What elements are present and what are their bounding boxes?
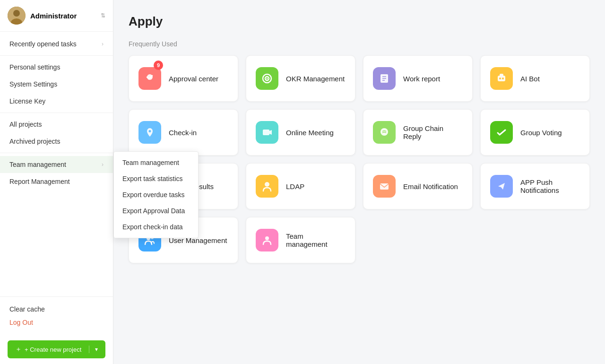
chevron-right-icon: › — [102, 41, 104, 47]
svg-point-6 — [267, 78, 268, 79]
sidebar-item-archived-projects[interactable]: Archived projects — [0, 133, 113, 150]
sidebar-item-label: Recently opened tasks — [9, 40, 77, 48]
app-card-app-push[interactable]: APP Push Notifications — [480, 163, 590, 209]
submenu-team-management[interactable]: Team management — [114, 155, 198, 171]
work-report-icon — [373, 67, 396, 90]
okr-icon — [256, 67, 278, 90]
app-name: APP Push Notifications — [520, 178, 580, 194]
app-name: AI Bot — [520, 75, 540, 83]
svg-point-13 — [499, 78, 501, 79]
app-card-approval-center[interactable]: Approval center 9 — [129, 55, 238, 102]
button-divider — [89, 346, 89, 353]
divider — [0, 55, 113, 56]
svg-rect-12 — [500, 74, 503, 76]
sidebar: Administrator ⇅ Recently opened tasks › … — [0, 0, 113, 364]
sidebar-item-license-key[interactable]: License Key — [0, 93, 113, 110]
team-management-submenu: Team management Export task statistics E… — [113, 151, 199, 238]
submenu-export-task-stats[interactable]: Export task statistics — [114, 171, 198, 187]
svg-point-14 — [502, 78, 504, 79]
sidebar-item-system-settings[interactable]: System Settings — [0, 76, 113, 93]
submenu-export-overdue[interactable]: Export overdue tasks — [114, 187, 198, 203]
svg-point-3 — [147, 74, 153, 80]
checkin-icon — [138, 121, 161, 144]
sidebar-bottom: Clear cache Log Out — [0, 296, 113, 335]
app-name: Team management — [286, 232, 346, 248]
app-name: LDAP — [286, 182, 304, 191]
email-notification-icon — [373, 175, 396, 198]
app-card-okr[interactable]: OKR Management — [246, 55, 355, 102]
app-name: Group Chain Reply — [403, 124, 463, 140]
svg-point-1 — [13, 10, 20, 17]
sidebar-item-team-management[interactable]: Team management › — [0, 156, 113, 173]
plus-icon: ＋ — [15, 345, 22, 354]
sidebar-item-label: License Key — [9, 97, 45, 105]
sidebar-item-all-projects[interactable]: All projects — [0, 116, 113, 133]
app-card-ai-bot[interactable]: AI Bot — [480, 55, 590, 102]
ldap-icon — [256, 175, 278, 198]
sidebar-nav: Recently opened tasks › Personal setting… — [0, 32, 113, 296]
sidebar-item-label: Report Management — [9, 178, 70, 185]
app-card-team-management-app[interactable]: Team management — [246, 217, 355, 263]
divider — [0, 153, 113, 153]
chevron-updown-icon: ⇅ — [101, 12, 105, 19]
app-name: Group Voting — [520, 129, 562, 137]
sidebar-item-label: All projects — [9, 121, 42, 128]
sidebar-item-label: Personal settings — [9, 63, 60, 71]
group-voting-icon — [490, 121, 513, 144]
logout-button[interactable]: Log Out — [9, 316, 104, 329]
sidebar-item-label: Archived projects — [9, 138, 60, 145]
page-title: Apply — [129, 14, 590, 29]
app-name: Online Meeting — [286, 129, 334, 137]
app-card-online-meeting[interactable]: Online Meeting — [246, 109, 355, 156]
submenu-export-approval[interactable]: Export Approval Data — [114, 203, 198, 219]
clear-cache-button[interactable]: Clear cache — [9, 303, 104, 316]
app-push-icon — [490, 175, 513, 198]
approval-badge: 9 — [154, 61, 163, 70]
app-name: Email Notification — [403, 182, 458, 191]
app-name: Approval center — [169, 75, 218, 83]
sidebar-item-personal-settings[interactable]: Personal settings — [0, 59, 113, 76]
chevron-down-icon: ▾ — [92, 346, 98, 353]
chevron-right-icon: › — [102, 161, 104, 168]
ai-bot-icon — [490, 67, 513, 90]
create-project-label: ＋ + Create new project — [15, 345, 86, 354]
app-name: OKR Management — [286, 75, 345, 83]
app-card-ldap[interactable]: LDAP — [246, 163, 355, 209]
create-project-button[interactable]: ＋ + Create new project ▾ — [8, 340, 105, 358]
online-meeting-icon — [256, 121, 278, 144]
app-card-checkin[interactable]: Check-in — [129, 109, 238, 156]
group-chain-reply-icon — [373, 121, 396, 144]
app-card-work-report[interactable]: Work report — [363, 55, 473, 102]
submenu-export-checkin[interactable]: Export check-in data — [114, 219, 198, 235]
app-card-group-chain-reply[interactable]: Group Chain Reply — [363, 109, 473, 156]
app-name: Work report — [403, 75, 440, 83]
sidebar-item-label: System Settings — [9, 80, 57, 88]
sidebar-item-report-management[interactable]: Report Management — [0, 173, 113, 190]
admin-name: Administrator — [30, 12, 96, 20]
svg-rect-11 — [498, 76, 505, 81]
svg-rect-16 — [263, 130, 269, 135]
svg-rect-22 — [380, 183, 389, 190]
sidebar-item-label: Team management — [9, 161, 66, 168]
app-name: Check-in — [169, 129, 197, 137]
divider — [0, 113, 113, 113]
sidebar-header[interactable]: Administrator ⇅ — [0, 0, 113, 32]
approval-center-icon — [138, 67, 161, 90]
app-card-email-notification[interactable]: Email Notification — [363, 163, 473, 209]
app-card-group-voting[interactable]: Group Voting — [480, 109, 590, 156]
sidebar-item-recently-opened[interactable]: Recently opened tasks › — [0, 35, 113, 52]
team-management-app-icon — [256, 229, 278, 251]
svg-point-15 — [149, 130, 151, 132]
section-label: Frequently Used — [129, 40, 590, 48]
avatar — [8, 7, 26, 25]
svg-point-21 — [265, 182, 269, 187]
svg-point-25 — [265, 236, 269, 240]
